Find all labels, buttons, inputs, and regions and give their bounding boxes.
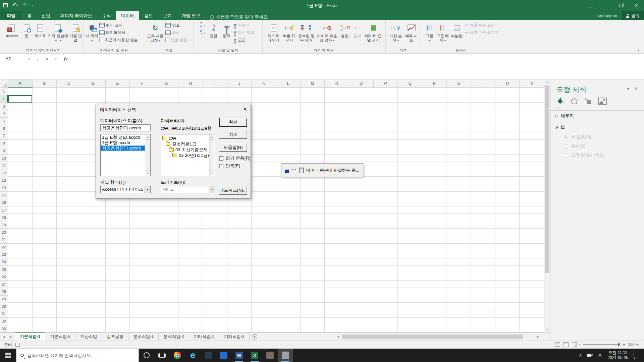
panel-close-icon[interactable]: ✕	[634, 86, 638, 91]
sort-descending-button[interactable]: ㅎㄱ↓	[200, 29, 206, 36]
tree-item-current[interactable]: 03 20년1회1급E형	[161, 153, 209, 158]
scroll-right-icon[interactable]: ▶	[535, 335, 541, 338]
tree-item-root[interactable]: c:₩	[161, 135, 209, 141]
tab-review[interactable]: 검토	[139, 11, 158, 20]
db-list-item[interactable]: 1급 E형.accdb	[101, 140, 145, 145]
row-header-18[interactable]: 18	[0, 214, 8, 221]
action-center-icon[interactable]	[634, 353, 639, 358]
cortana-button[interactable]	[139, 349, 154, 362]
remove-duplicates-button[interactable]: → 중복된 항목 제거	[297, 21, 316, 48]
active-app-taskbar-button[interactable]	[278, 349, 293, 362]
cancel-button[interactable]: 취소	[219, 130, 247, 139]
directory-list-scrollbar[interactable]: ▲ ▼	[209, 134, 214, 176]
worksheet-grid[interactable]	[8, 88, 544, 333]
insert-function-icon[interactable]: fx	[62, 55, 70, 63]
combo-dropdown-icon[interactable]: ▼	[145, 186, 150, 193]
show-queries-button[interactable]: 쿼리 표시	[99, 22, 143, 28]
column-header-I[interactable]: I	[203, 79, 227, 87]
tab-developer[interactable]: 개발 도구	[177, 11, 206, 20]
existing-connections-button[interactable]: 기존 연결	[68, 21, 83, 48]
tab-formulas[interactable]: 수식	[97, 11, 116, 20]
formula-input[interactable]	[79, 55, 642, 78]
what-if-analysis-button[interactable]: ? 가상 분석 ▾	[388, 21, 404, 48]
picture-tab-icon[interactable]	[598, 97, 607, 106]
sheet-tab-기타작업-1[interactable]: 기타작업-1	[189, 333, 219, 341]
row-header-21[interactable]: 21	[0, 236, 8, 244]
from-table-button[interactable]: 테이블에서	[99, 29, 143, 36]
row-header-12[interactable]: 12	[0, 169, 8, 177]
sort-button[interactable]: ㄱㅎ 정렬	[207, 21, 220, 48]
row-header-27[interactable]: 27	[0, 281, 8, 288]
share-button[interactable]: 공유	[622, 11, 644, 20]
drive-combo[interactable]: c: ▼	[161, 186, 215, 193]
tree-item[interactable]: 길벗컴활1급	[161, 141, 209, 147]
row-header-23[interactable]: 23	[0, 251, 8, 258]
file-type-combo[interactable]: Access 데이터베이스 (*.n ▼	[100, 186, 151, 193]
scroll-up-icon[interactable]: ▲	[544, 79, 550, 85]
name-box[interactable]: A2 ▼	[3, 55, 32, 63]
row-header-31[interactable]: 31	[0, 310, 8, 318]
row-header-19[interactable]: 19	[0, 221, 8, 229]
help-button[interactable]: 도움말(H)	[219, 143, 247, 152]
db-list-item[interactable]: 1급 E형 정답.accdb	[101, 135, 145, 140]
new-query-button[interactable]: 새 쿼리 ▾	[85, 21, 99, 48]
row-header-33[interactable]: 33	[0, 325, 8, 333]
row-header-29[interactable]: 29	[0, 296, 8, 303]
tab-page-layout[interactable]: 페이지 레이아웃	[55, 11, 97, 20]
tell-me-box[interactable]: 수행할 작업을 알려 주세요.	[210, 14, 269, 20]
active-cell-A2[interactable]	[8, 95, 32, 103]
row-header-32[interactable]: 32	[0, 318, 8, 325]
taskbar-search[interactable]	[16, 349, 139, 362]
sort-ascending-button[interactable]: ㄱㅎ↓	[200, 22, 206, 28]
row-header-3[interactable]: 3	[0, 103, 8, 110]
connections-button[interactable]: 연결	[165, 22, 192, 28]
row-header-8[interactable]: 8	[0, 140, 8, 147]
sheet-tab-기본작업-2[interactable]: 기본작업-2	[45, 333, 75, 341]
text-to-columns-button[interactable]: 텍스트 나누기	[265, 21, 281, 48]
fill-section-header[interactable]: ▷ 채우기	[555, 113, 574, 119]
dialog-close-icon[interactable]: ✕	[243, 106, 247, 112]
scroll-down-icon[interactable]: ▼	[145, 171, 150, 176]
row-header-10[interactable]: 10	[0, 155, 8, 162]
app-taskbar-button-3[interactable]	[262, 349, 278, 362]
sheet-tab-기타작업-2[interactable]: 기타작업-2	[219, 333, 250, 341]
combo-dropdown-icon[interactable]: ▼	[209, 186, 215, 193]
app-taskbar-button-1[interactable]	[201, 349, 216, 362]
directory-list[interactable]: c:₩ 길벗컴활1급 03 최신기출문제 03 20년1회1급E형 ▲ ▼	[161, 134, 215, 176]
subtotal-button[interactable]: 부분합	[450, 21, 464, 48]
row-header-7[interactable]: 7	[0, 132, 8, 140]
edge-taskbar-button[interactable]: e	[185, 349, 201, 362]
restore-button[interactable]	[613, 0, 629, 11]
exclusive-checkbox[interactable]: 단독(E)	[219, 163, 240, 169]
ime-indicator[interactable]: A	[596, 353, 604, 358]
horizontal-scroll-track[interactable]	[341, 335, 535, 339]
column-header-C[interactable]: C	[57, 79, 81, 87]
column-header-J[interactable]: J	[227, 79, 252, 87]
forecast-sheet-button[interactable]: 예측 시트	[404, 21, 419, 48]
row-header-4[interactable]: 4	[0, 110, 8, 117]
db-name-input[interactable]: 항공운항관리.accdb	[100, 124, 151, 131]
close-button[interactable]: ✕	[629, 0, 644, 11]
column-header-E[interactable]: E	[106, 79, 130, 87]
column-header-D[interactable]: D	[81, 79, 106, 87]
scroll-left-icon[interactable]: ◀	[335, 335, 341, 338]
tree-item[interactable]: 03 최신기출문제	[161, 147, 209, 153]
row-header-17[interactable]: 17	[0, 206, 8, 214]
flash-fill-button[interactable]: 빠른 채우기	[282, 21, 297, 48]
clock[interactable]: 오전 11:12 2021-05-25	[604, 350, 632, 360]
zoom-level[interactable]: 100 %	[628, 342, 639, 347]
tab-home[interactable]: 홈	[22, 11, 37, 20]
horizontal-scroll-thumb[interactable]	[342, 335, 523, 339]
sheet-tab-분석작업-1[interactable]: 분석작업-1	[128, 333, 159, 341]
column-header-H[interactable]: H	[178, 79, 203, 87]
row-header-1[interactable]: 1	[0, 88, 8, 95]
db-list[interactable]: 1급 E형 정답.accdb 1급 E형.accdb 항공운항관리.accdb …	[100, 134, 151, 176]
vertical-scroll-thumb[interactable]	[545, 85, 549, 273]
scroll-up-icon[interactable]: ▲	[145, 134, 150, 139]
scroll-up-icon[interactable]: ▲	[210, 134, 214, 139]
row-header-22[interactable]: 22	[0, 244, 8, 251]
row-header-16[interactable]: 16	[0, 199, 8, 206]
scroll-down-icon[interactable]: ▼	[544, 327, 550, 333]
chrome-taskbar-button[interactable]	[170, 349, 185, 362]
excel-taskbar-button[interactable]: X	[247, 349, 262, 362]
